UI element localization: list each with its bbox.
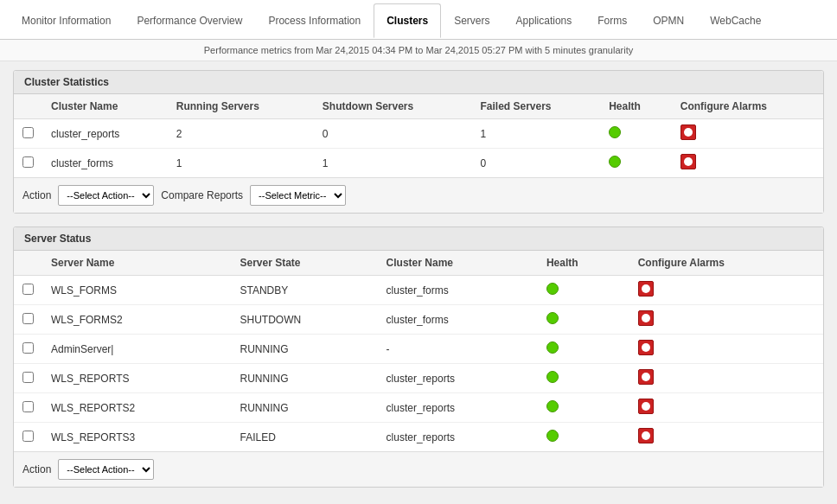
health-dot [609, 126, 621, 138]
cluster-row-checkbox[interactable] [14, 149, 42, 178]
metric-select[interactable]: --Select Metric-- [250, 185, 346, 206]
nav-tab-forms[interactable]: Forms [585, 3, 640, 37]
cluster-row-running: 1 [168, 149, 314, 178]
server-checkbox-4[interactable] [22, 401, 34, 412]
cluster-action-select[interactable]: --Select Action-- [58, 185, 154, 206]
cluster-row-alarms[interactable] [672, 149, 823, 178]
alarm-icon[interactable] [638, 310, 654, 326]
server-row-health [538, 423, 629, 452]
server-row-checkbox[interactable] [14, 276, 42, 305]
cluster-col-name: Cluster Name [42, 94, 168, 119]
server-checkbox-3[interactable] [22, 372, 34, 383]
server-row-health [538, 276, 629, 305]
server-row-health [538, 305, 629, 335]
server-row: WLS_REPORTS2 RUNNING cluster_reports [14, 393, 823, 423]
nav-tab-applications[interactable]: Applications [503, 3, 585, 37]
server-status-panel: Server Status Server Name Server State C… [13, 226, 824, 488]
server-row: WLS_REPORTS RUNNING cluster_reports [14, 364, 823, 393]
server-row-alarms[interactable] [629, 276, 823, 305]
server-table-header-row: Server Name Server State Cluster Name He… [14, 251, 823, 276]
cluster-col-shutdown: Shutdown Servers [314, 94, 472, 119]
nav-tab-process-information[interactable]: Process Information [255, 3, 374, 37]
server-row-alarms[interactable] [629, 364, 823, 393]
server-row-checkbox[interactable] [14, 423, 42, 452]
server-row-name: WLS_REPORTS3 [42, 423, 232, 452]
server-checkbox-1[interactable] [22, 313, 34, 324]
cluster-row-checkbox[interactable] [14, 119, 42, 149]
server-row-cluster: cluster_forms [378, 305, 538, 335]
server-row-alarms[interactable] [629, 423, 823, 452]
server-row-name: WLS_REPORTS [42, 364, 232, 393]
cluster-row-name: cluster_forms [42, 149, 168, 178]
server-col-checkbox [14, 251, 42, 276]
server-checkbox-0[interactable] [22, 284, 34, 295]
nav-tab-servers[interactable]: Servers [441, 3, 502, 37]
alarm-icon[interactable] [680, 124, 696, 140]
server-row-name: WLS_REPORTS2 [42, 393, 232, 423]
cluster-row: cluster_forms 1 1 0 [14, 149, 823, 178]
cluster-row-health [600, 149, 672, 178]
cluster-col-checkbox [14, 94, 42, 119]
alarm-icon[interactable] [638, 399, 654, 414]
cluster-row-alarms[interactable] [672, 119, 823, 149]
alarm-icon[interactable] [638, 340, 654, 355]
server-row-state: STANDBY [232, 276, 378, 305]
health-dot [546, 341, 559, 354]
cluster-checkbox-0[interactable] [22, 127, 34, 138]
server-action-label: Action [22, 463, 51, 475]
server-row-cluster: cluster_reports [378, 393, 538, 423]
server-row-state: RUNNING [232, 393, 378, 423]
cluster-col-failed: Failed Servers [471, 94, 600, 119]
server-col-state: Server State [232, 251, 378, 276]
server-col-alarms: Configure Alarms [629, 251, 823, 276]
health-dot [546, 371, 559, 383]
cluster-row: cluster_reports 2 0 1 [14, 119, 823, 149]
server-row-health [538, 393, 629, 423]
server-col-health: Health [538, 251, 629, 276]
health-dot [546, 283, 559, 295]
cluster-row-name: cluster_reports [42, 119, 168, 149]
nav-bar: Monitor InformationPerformance OverviewP… [0, 0, 837, 40]
nav-tab-opmn[interactable]: OPMN [640, 3, 697, 37]
cluster-row-health [600, 119, 672, 149]
compare-reports-label: Compare Reports [161, 189, 243, 201]
health-dot [546, 430, 559, 442]
server-row-checkbox[interactable] [14, 335, 42, 364]
server-action-select[interactable]: --Select Action-- [58, 459, 154, 480]
server-row-checkbox[interactable] [14, 364, 42, 393]
server-row-alarms[interactable] [629, 335, 823, 364]
subtitle-bar: Performance metrics from Mar 24,2015 04:… [0, 40, 837, 61]
server-row-cluster: cluster_reports [378, 423, 538, 452]
server-checkbox-5[interactable] [22, 431, 34, 442]
server-checkbox-2[interactable] [22, 342, 34, 354]
cluster-row-failed: 1 [471, 119, 600, 149]
nav-tab-webcache[interactable]: WebCache [697, 3, 774, 37]
server-row-alarms[interactable] [629, 393, 823, 423]
server-col-name: Server Name [42, 251, 232, 276]
server-row-state: RUNNING [232, 364, 378, 393]
cluster-col-health: Health [600, 94, 672, 119]
server-row-checkbox[interactable] [14, 305, 42, 335]
cluster-checkbox-1[interactable] [22, 156, 34, 168]
alarm-icon[interactable] [638, 369, 654, 385]
cluster-row-failed: 0 [471, 149, 600, 178]
server-row-name: AdminServer| [42, 335, 232, 364]
server-row-alarms[interactable] [629, 305, 823, 335]
alarm-icon[interactable] [638, 428, 654, 443]
nav-tab-clusters[interactable]: Clusters [374, 3, 441, 38]
cluster-statistics-table: Cluster Name Running Servers Shutdown Se… [14, 94, 823, 177]
server-row-checkbox[interactable] [14, 393, 42, 423]
health-dot [609, 156, 621, 168]
server-row-cluster: cluster_forms [378, 276, 538, 305]
server-row: WLS_FORMS2 SHUTDOWN cluster_forms [14, 305, 823, 335]
subtitle-text: Performance metrics from Mar 24,2015 04:… [204, 45, 633, 55]
nav-tab-performance-overview[interactable]: Performance Overview [124, 3, 255, 37]
server-row-name: WLS_FORMS [42, 276, 232, 305]
server-status-table: Server Name Server State Cluster Name He… [14, 251, 823, 451]
alarm-icon[interactable] [638, 281, 654, 297]
alarm-icon[interactable] [680, 154, 696, 169]
server-row-state: RUNNING [232, 335, 378, 364]
cluster-col-alarms: Configure Alarms [672, 94, 823, 119]
server-row-state: FAILED [232, 423, 378, 452]
nav-tab-monitor-information[interactable]: Monitor Information [9, 3, 124, 37]
